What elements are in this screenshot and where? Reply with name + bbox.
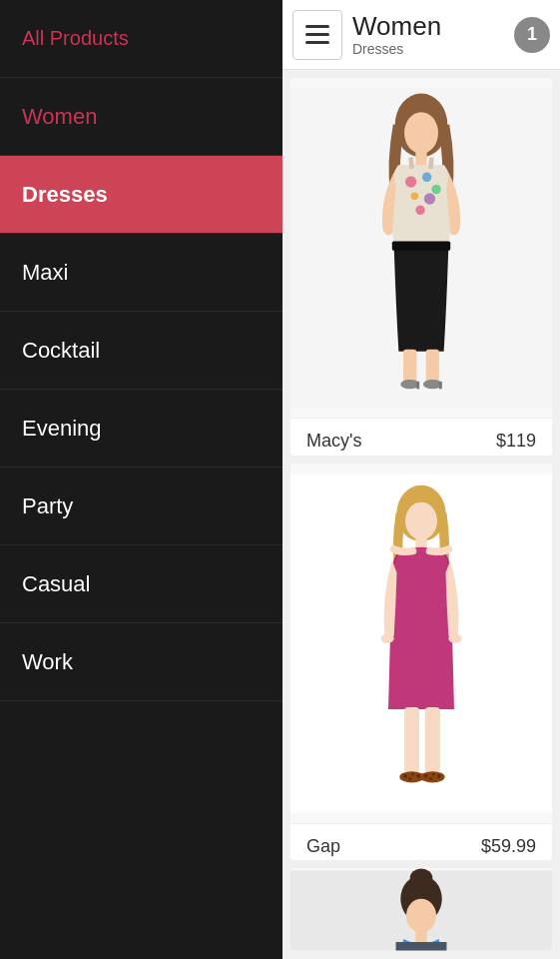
back-button[interactable]: 1	[514, 17, 550, 53]
menu-bar-2	[305, 33, 329, 36]
svg-point-2	[404, 112, 438, 153]
product-price: $59.99	[481, 836, 536, 857]
svg-rect-26	[425, 707, 440, 773]
svg-point-5	[422, 173, 431, 182]
product-brand: Gap	[306, 836, 340, 857]
main-content: Women Dresses 1	[282, 0, 560, 959]
svg-point-29	[403, 774, 407, 778]
svg-point-9	[415, 206, 424, 215]
menu-bar-1	[305, 25, 329, 28]
svg-point-30	[411, 772, 414, 775]
svg-rect-11	[428, 157, 434, 169]
svg-rect-14	[426, 350, 439, 383]
svg-point-35	[429, 777, 432, 780]
svg-point-33	[424, 774, 428, 778]
sidebar-item-dresses[interactable]: Dresses	[0, 156, 282, 234]
product-card[interactable]: Gap $59.99	[290, 464, 552, 860]
sidebar-item-label: Party	[22, 493, 73, 519]
svg-point-28	[420, 771, 445, 782]
sidebar-item-women[interactable]: Women	[0, 78, 282, 156]
svg-point-7	[411, 192, 419, 200]
svg-point-39	[410, 868, 433, 887]
product-brand: Macy's	[306, 431, 361, 452]
page-header: Women Dresses 1	[282, 0, 560, 70]
sidebar-item-party[interactable]: Party	[0, 468, 282, 545]
sidebar-item-label: Evening	[22, 416, 102, 442]
product-footer: Gap $59.99	[290, 823, 552, 860]
sidebar-item-maxi[interactable]: Maxi	[0, 234, 282, 312]
svg-rect-13	[403, 350, 416, 383]
sidebar-item-label: Women	[22, 104, 97, 130]
page-title: Women	[352, 12, 441, 41]
product-list: Macy's $119	[282, 70, 560, 959]
svg-rect-41	[415, 929, 426, 943]
svg-point-32	[416, 774, 420, 778]
svg-rect-10	[408, 157, 414, 169]
sidebar-item-label: Casual	[22, 571, 90, 597]
svg-point-8	[424, 193, 435, 204]
svg-point-24	[448, 633, 461, 642]
sidebar-item-label: Maxi	[22, 260, 68, 286]
sidebar-item-work[interactable]: Work	[0, 623, 282, 701]
svg-rect-25	[404, 707, 419, 773]
sidebar: All Products Women Dresses Maxi Cocktail…	[0, 0, 282, 959]
sidebar-item-casual[interactable]: Casual	[0, 545, 282, 623]
sidebar-item-cocktail[interactable]: Cocktail	[0, 312, 282, 390]
svg-point-36	[437, 774, 441, 778]
svg-point-4	[405, 176, 416, 187]
product-image-svg-2	[290, 464, 552, 823]
product-card[interactable]	[290, 868, 552, 951]
menu-bar-3	[305, 41, 329, 44]
sidebar-item-label: Dresses	[22, 182, 108, 208]
svg-rect-17	[416, 382, 419, 390]
product-image-svg	[290, 78, 552, 418]
page-subtitle: Dresses	[352, 41, 441, 57]
sidebar-item-all-products[interactable]: All Products	[0, 0, 282, 78]
svg-point-21	[405, 501, 437, 539]
svg-point-6	[431, 185, 440, 194]
sidebar-item-label: Work	[22, 649, 73, 675]
sidebar-item-label: Cocktail	[22, 338, 100, 364]
sidebar-item-label: All Products	[22, 27, 129, 50]
product-card[interactable]: Macy's $119	[290, 78, 552, 456]
svg-point-40	[406, 899, 436, 933]
product-image-svg-3	[290, 868, 552, 951]
product-price: $119	[496, 431, 536, 452]
svg-rect-18	[439, 382, 442, 390]
back-icon: 1	[527, 24, 537, 45]
sidebar-item-evening[interactable]: Evening	[0, 390, 282, 468]
product-image	[290, 464, 552, 823]
product-image	[290, 868, 552, 951]
product-image	[290, 78, 552, 418]
menu-button[interactable]	[292, 10, 342, 60]
product-footer: Macy's $119	[290, 418, 552, 456]
svg-rect-12	[392, 241, 450, 250]
svg-point-23	[380, 633, 393, 642]
header-text: Women Dresses	[352, 12, 441, 57]
svg-point-34	[432, 772, 435, 775]
svg-point-31	[408, 777, 411, 780]
svg-rect-3	[415, 150, 426, 167]
